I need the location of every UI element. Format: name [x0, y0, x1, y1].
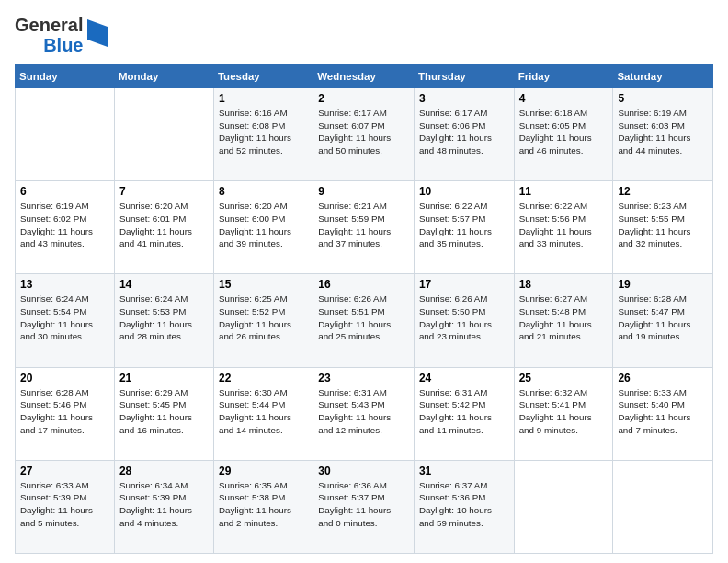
calendar-cell — [514, 460, 613, 553]
day-info: Sunrise: 6:26 AM Sunset: 5:51 PM Dayligh… — [318, 293, 409, 343]
day-number: 17 — [419, 278, 509, 291]
day-info: Sunrise: 6:16 AM Sunset: 6:08 PM Dayligh… — [219, 107, 308, 157]
logo: General Blue — [15, 15, 108, 55]
calendar-cell: 10Sunrise: 6:22 AM Sunset: 5:57 PM Dayli… — [414, 181, 514, 274]
week-row-5: 27Sunrise: 6:33 AM Sunset: 5:39 PM Dayli… — [16, 460, 713, 553]
day-info: Sunrise: 6:20 AM Sunset: 6:00 PM Dayligh… — [219, 200, 308, 250]
logo-blue: Blue — [43, 35, 83, 55]
calendar-cell: 17Sunrise: 6:26 AM Sunset: 5:50 PM Dayli… — [414, 274, 514, 367]
day-header-tuesday: Tuesday — [213, 65, 313, 88]
day-info: Sunrise: 6:26 AM Sunset: 5:50 PM Dayligh… — [419, 293, 509, 343]
day-info: Sunrise: 6:27 AM Sunset: 5:48 PM Dayligh… — [519, 293, 609, 343]
day-info: Sunrise: 6:22 AM Sunset: 5:56 PM Dayligh… — [519, 200, 609, 250]
day-number: 7 — [119, 185, 209, 198]
calendar-cell: 15Sunrise: 6:25 AM Sunset: 5:52 PM Dayli… — [213, 274, 313, 367]
day-info: Sunrise: 6:23 AM Sunset: 5:55 PM Dayligh… — [618, 200, 708, 250]
day-info: Sunrise: 6:31 AM Sunset: 5:43 PM Dayligh… — [318, 386, 409, 437]
day-info: Sunrise: 6:22 AM Sunset: 5:57 PM Dayligh… — [419, 200, 509, 250]
day-number: 30 — [318, 465, 409, 477]
day-number: 13 — [20, 278, 109, 291]
day-number: 2 — [318, 92, 409, 105]
calendar-cell: 20Sunrise: 6:28 AM Sunset: 5:46 PM Dayli… — [16, 367, 115, 460]
day-number: 24 — [419, 372, 509, 385]
day-info: Sunrise: 6:17 AM Sunset: 6:07 PM Dayligh… — [318, 107, 409, 157]
calendar-cell — [613, 460, 713, 553]
day-number: 8 — [219, 185, 308, 198]
week-row-1: 1Sunrise: 6:16 AM Sunset: 6:08 PM Daylig… — [16, 88, 713, 181]
logo-general: General — [15, 15, 83, 35]
day-header-sunday: Sunday — [16, 65, 115, 88]
day-number: 27 — [20, 465, 109, 477]
day-info: Sunrise: 6:36 AM Sunset: 5:37 PM Dayligh… — [318, 479, 409, 530]
calendar-page: General Blue SundayMondayTuesdayWednesda… — [0, 0, 728, 563]
calendar-cell — [16, 88, 115, 181]
day-number: 25 — [519, 372, 609, 385]
calendar-cell: 2Sunrise: 6:17 AM Sunset: 6:07 PM Daylig… — [313, 88, 415, 181]
day-number: 11 — [519, 185, 609, 198]
day-number: 21 — [119, 372, 209, 385]
calendar-cell: 30Sunrise: 6:36 AM Sunset: 5:37 PM Dayli… — [313, 460, 415, 553]
day-info: Sunrise: 6:31 AM Sunset: 5:42 PM Dayligh… — [419, 386, 509, 437]
calendar-cell: 23Sunrise: 6:31 AM Sunset: 5:43 PM Dayli… — [313, 367, 415, 460]
day-info: Sunrise: 6:20 AM Sunset: 6:01 PM Dayligh… — [119, 200, 209, 250]
calendar-body: 1Sunrise: 6:16 AM Sunset: 6:08 PM Daylig… — [16, 88, 713, 554]
day-info: Sunrise: 6:34 AM Sunset: 5:39 PM Dayligh… — [119, 479, 209, 530]
day-number: 22 — [219, 372, 308, 385]
calendar-header: SundayMondayTuesdayWednesdayThursdayFrid… — [16, 65, 713, 88]
day-number: 29 — [219, 465, 308, 477]
day-header-thursday: Thursday — [414, 65, 514, 88]
calendar-cell: 4Sunrise: 6:18 AM Sunset: 6:05 PM Daylig… — [514, 88, 613, 181]
calendar-table: SundayMondayTuesdayWednesdayThursdayFrid… — [15, 64, 713, 554]
day-info: Sunrise: 6:30 AM Sunset: 5:44 PM Dayligh… — [219, 386, 308, 437]
calendar-cell: 13Sunrise: 6:24 AM Sunset: 5:54 PM Dayli… — [16, 274, 115, 367]
calendar-cell: 12Sunrise: 6:23 AM Sunset: 5:55 PM Dayli… — [613, 181, 713, 274]
calendar-cell: 9Sunrise: 6:21 AM Sunset: 5:59 PM Daylig… — [313, 181, 415, 274]
day-info: Sunrise: 6:33 AM Sunset: 5:40 PM Dayligh… — [618, 386, 708, 437]
calendar-cell: 7Sunrise: 6:20 AM Sunset: 6:01 PM Daylig… — [114, 181, 213, 274]
day-info: Sunrise: 6:35 AM Sunset: 5:38 PM Dayligh… — [219, 479, 308, 530]
day-info: Sunrise: 6:19 AM Sunset: 6:02 PM Dayligh… — [20, 200, 109, 250]
day-number: 12 — [618, 185, 708, 198]
calendar-cell: 11Sunrise: 6:22 AM Sunset: 5:56 PM Dayli… — [514, 181, 613, 274]
calendar-cell: 1Sunrise: 6:16 AM Sunset: 6:08 PM Daylig… — [213, 88, 313, 181]
calendar-cell: 14Sunrise: 6:24 AM Sunset: 5:53 PM Dayli… — [114, 274, 213, 367]
calendar-cell: 28Sunrise: 6:34 AM Sunset: 5:39 PM Dayli… — [114, 460, 213, 553]
day-number: 15 — [219, 278, 308, 291]
calendar-cell: 16Sunrise: 6:26 AM Sunset: 5:51 PM Dayli… — [313, 274, 415, 367]
day-number: 20 — [20, 372, 109, 385]
day-header-saturday: Saturday — [613, 65, 713, 88]
day-info: Sunrise: 6:33 AM Sunset: 5:39 PM Dayligh… — [20, 479, 109, 530]
calendar-cell: 26Sunrise: 6:33 AM Sunset: 5:40 PM Dayli… — [613, 367, 713, 460]
day-number: 6 — [20, 185, 109, 198]
day-info: Sunrise: 6:21 AM Sunset: 5:59 PM Dayligh… — [318, 200, 409, 250]
calendar-cell: 18Sunrise: 6:27 AM Sunset: 5:48 PM Dayli… — [514, 274, 613, 367]
day-headers-row: SundayMondayTuesdayWednesdayThursdayFrid… — [16, 65, 713, 88]
calendar-cell: 5Sunrise: 6:19 AM Sunset: 6:03 PM Daylig… — [613, 88, 713, 181]
day-info: Sunrise: 6:29 AM Sunset: 5:45 PM Dayligh… — [119, 386, 209, 437]
day-info: Sunrise: 6:17 AM Sunset: 6:06 PM Dayligh… — [419, 107, 509, 157]
header: General Blue — [15, 15, 713, 55]
calendar-cell: 29Sunrise: 6:35 AM Sunset: 5:38 PM Dayli… — [213, 460, 313, 553]
calendar-cell: 25Sunrise: 6:32 AM Sunset: 5:41 PM Dayli… — [514, 367, 613, 460]
day-header-friday: Friday — [514, 65, 613, 88]
day-info: Sunrise: 6:24 AM Sunset: 5:53 PM Dayligh… — [119, 293, 209, 343]
day-number: 18 — [519, 278, 609, 291]
day-number: 14 — [119, 278, 209, 291]
day-number: 3 — [419, 92, 509, 105]
calendar-cell: 21Sunrise: 6:29 AM Sunset: 5:45 PM Dayli… — [114, 367, 213, 460]
day-number: 31 — [419, 465, 509, 477]
day-info: Sunrise: 6:28 AM Sunset: 5:47 PM Dayligh… — [618, 293, 708, 343]
day-number: 16 — [318, 278, 409, 291]
day-number: 23 — [318, 372, 409, 385]
day-number: 28 — [119, 465, 209, 477]
day-number: 5 — [618, 92, 708, 105]
calendar-cell: 27Sunrise: 6:33 AM Sunset: 5:39 PM Dayli… — [16, 460, 115, 553]
week-row-2: 6Sunrise: 6:19 AM Sunset: 6:02 PM Daylig… — [16, 181, 713, 274]
calendar-cell: 6Sunrise: 6:19 AM Sunset: 6:02 PM Daylig… — [16, 181, 115, 274]
calendar-cell: 3Sunrise: 6:17 AM Sunset: 6:06 PM Daylig… — [414, 88, 514, 181]
day-number: 10 — [419, 185, 509, 198]
calendar-cell: 24Sunrise: 6:31 AM Sunset: 5:42 PM Dayli… — [414, 367, 514, 460]
calendar-cell — [114, 88, 213, 181]
day-info: Sunrise: 6:28 AM Sunset: 5:46 PM Dayligh… — [20, 386, 109, 437]
week-row-4: 20Sunrise: 6:28 AM Sunset: 5:46 PM Dayli… — [16, 367, 713, 460]
